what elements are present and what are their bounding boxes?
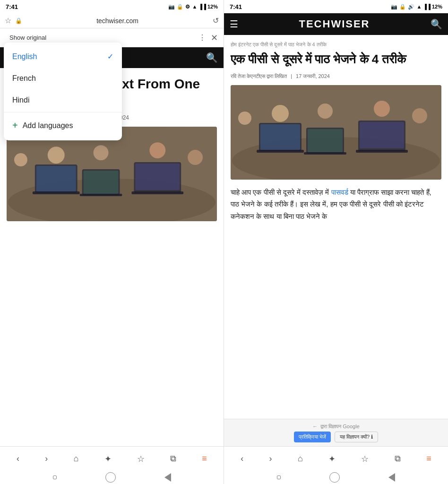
add-languages-button[interactable]: + Add languages xyxy=(4,113,122,138)
right-author: रवि तेजा केएनटीएस द्वारा लिखित xyxy=(231,73,287,79)
translate-more-icon[interactable]: ⋮ xyxy=(198,33,206,42)
right-date: 17 जनवरी, 2024 xyxy=(296,73,330,79)
ad-why-label: यह विज्ञापन क्यों? xyxy=(340,434,370,440)
right-sound-icon: 🔊 xyxy=(408,4,414,10)
right-nav-circle-icon xyxy=(329,472,340,483)
article-image-svg xyxy=(7,127,217,221)
refresh-icon[interactable]: ↺ xyxy=(213,16,219,25)
translate-close-icon[interactable]: ✕ xyxy=(211,33,218,43)
browser-lock-icon: 🔒 xyxy=(15,17,22,24)
language-option-french[interactable]: French xyxy=(4,68,122,89)
hindi-label: Hindi xyxy=(12,96,29,104)
svg-rect-24 xyxy=(260,124,300,150)
right-home-button[interactable]: ⌂ xyxy=(294,450,307,467)
browser-chrome: ☆ 🔒 techwiser.com ↺ xyxy=(0,13,224,28)
right-menu-button[interactable]: ≡ xyxy=(422,450,435,467)
right-tabs-button[interactable]: ⧉ xyxy=(391,450,405,467)
check-icon: ✓ xyxy=(107,52,113,61)
svg-rect-3 xyxy=(33,191,80,194)
svg-point-11 xyxy=(48,147,65,164)
settings-icon: ⚙ xyxy=(185,4,190,10)
right-forward-button[interactable]: › xyxy=(266,450,276,467)
right-bottom-nav: ‹ › ⌂ ✦ ☆ ⧉ ≡ xyxy=(224,446,448,471)
home-button[interactable]: ⌂ xyxy=(70,450,83,467)
nav-pill-icon xyxy=(53,475,57,479)
menu-button[interactable]: ≡ xyxy=(198,450,211,467)
language-option-english[interactable]: English ✓ xyxy=(4,45,122,68)
right-lock-icon: 🔒 xyxy=(399,4,406,10)
svg-point-15 xyxy=(188,150,203,165)
svg-point-28 xyxy=(318,104,333,119)
svg-point-30 xyxy=(238,112,251,125)
french-label: French xyxy=(12,74,36,83)
ad-top-row: ← द्वारा विज्ञापन Google xyxy=(312,424,360,430)
show-original-button[interactable]: Show original xyxy=(6,32,50,43)
forward-button[interactable]: › xyxy=(41,450,52,467)
svg-point-29 xyxy=(374,101,390,117)
right-article-image-svg xyxy=(231,85,441,180)
star-icon[interactable]: ☆ xyxy=(5,16,11,25)
svg-rect-10 xyxy=(135,164,180,190)
svg-rect-5 xyxy=(80,194,122,196)
language-divider xyxy=(4,112,122,112)
right-panel: 7:41 📷 🔒 🔊 ▲ ▐▐ 12% ☰ TECHWISER 🔍 होम इं… xyxy=(224,0,448,484)
tabs-button[interactable]: ⧉ xyxy=(166,450,180,467)
ad-banner: ← द्वारा विज्ञापन Google प्रतिक्रिया भेज… xyxy=(224,419,448,446)
right-article-title: एक पीसी से दूसरे में पाठ भेजने के 4 तरीक… xyxy=(231,52,441,68)
article-image xyxy=(7,127,217,221)
left-time: 7:41 xyxy=(6,3,18,10)
article-body-text-1: चाहे आप एक पीसी से दूसरे में दस्तावेज़ म… xyxy=(231,188,331,196)
right-status-bar: 7:41 📷 🔒 🔊 ▲ ▐▐ 12% xyxy=(224,0,448,13)
left-search-icon[interactable]: 🔍 xyxy=(206,52,218,63)
left-panel: 7:41 📷 🔒 ⚙ ▲ ▐▐ 12% ☆ 🔒 techwiser.com ↺ … xyxy=(0,0,224,484)
right-article-image xyxy=(231,85,441,180)
right-home-indicator xyxy=(224,471,448,484)
nav-back-icon xyxy=(164,473,171,482)
right-time: 7:41 xyxy=(230,3,242,10)
nav-circle-icon xyxy=(105,472,116,483)
right-nav-pill-icon xyxy=(277,475,281,479)
right-breadcrumb: होम इंटरनेट एक पीसी से दूसरे में पाठ भेज… xyxy=(231,42,441,48)
left-bottom-nav: ‹ › ⌂ ✦ ☆ ⧉ ≡ xyxy=(0,446,224,471)
svg-point-14 xyxy=(14,153,27,166)
svg-rect-8 xyxy=(36,166,76,191)
svg-rect-23 xyxy=(356,150,408,153)
english-label: English xyxy=(12,52,37,61)
back-button[interactable]: ‹ xyxy=(13,450,23,467)
right-logo: TECHWISER xyxy=(244,18,425,30)
svg-rect-9 xyxy=(84,171,119,194)
right-magic-button[interactable]: ✦ xyxy=(325,450,339,468)
right-bookmark-button[interactable]: ☆ xyxy=(357,450,372,468)
right-signal-icon: ▲ ▐▐ 12% xyxy=(416,4,442,9)
svg-rect-19 xyxy=(257,150,304,153)
right-camera-icon: 📷 xyxy=(391,4,397,10)
ad-why-button[interactable]: यह विज्ञापन क्यों? ℹ xyxy=(335,432,378,442)
right-article-meta: रवि तेजा केएनटीएस द्वारा लिखित | 17 जनवर… xyxy=(231,73,441,79)
bookmark-button[interactable]: ☆ xyxy=(133,450,148,468)
svg-rect-7 xyxy=(131,191,183,194)
language-dropdown: English ✓ French Hindi + Add languages xyxy=(4,43,122,140)
left-home-indicator xyxy=(0,471,224,484)
signal-icon: ▲ ▐▐ 12% xyxy=(192,4,218,9)
right-article: होम इंटरनेट एक पीसी से दूसरे में पाठ भेज… xyxy=(224,35,448,419)
camera-icon: 📷 xyxy=(168,4,175,10)
language-option-hindi[interactable]: Hindi xyxy=(4,89,122,111)
password-link[interactable]: पासवर्ड xyxy=(331,188,348,196)
right-search-icon[interactable]: 🔍 xyxy=(431,18,442,30)
svg-point-13 xyxy=(149,142,165,158)
ad-buttons: प्रतिक्रिया भेजें यह विज्ञापन क्यों? ℹ xyxy=(294,432,378,442)
svg-rect-25 xyxy=(308,129,343,152)
plus-icon: + xyxy=(12,120,18,131)
magic-button[interactable]: ✦ xyxy=(101,450,115,468)
ad-back-icon[interactable]: ← xyxy=(312,424,318,429)
svg-rect-26 xyxy=(360,122,404,148)
ad-info-icon: ℹ xyxy=(371,434,373,440)
hamburger-menu-icon[interactable]: ☰ xyxy=(230,18,238,30)
svg-point-27 xyxy=(272,105,289,122)
translate-bar-left: Show original xyxy=(6,32,194,43)
right-back-button[interactable]: ‹ xyxy=(237,450,247,467)
ad-feedback-button[interactable]: प्रतिक्रिया भेजें xyxy=(294,432,331,442)
svg-point-12 xyxy=(94,145,109,160)
browser-url[interactable]: techwiser.com xyxy=(26,17,209,25)
left-status-bar: 7:41 📷 🔒 ⚙ ▲ ▐▐ 12% xyxy=(0,0,224,13)
